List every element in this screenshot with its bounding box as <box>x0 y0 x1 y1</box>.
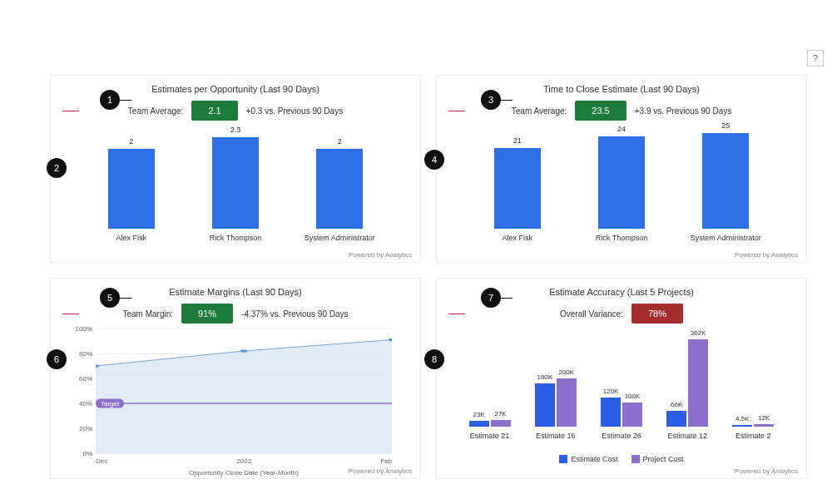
gbar-col: 23K27KEstimate 21 <box>469 420 511 440</box>
bar-col: 25System Administrator <box>692 133 759 242</box>
gbar-value: 12K <box>754 414 774 422</box>
gbar-col: 66K362KEstimate 12 <box>666 339 708 440</box>
callout-4: 4 <box>424 150 444 170</box>
callout-7: 7 <box>481 288 501 308</box>
gbar: 23K <box>469 421 489 427</box>
area-chart: 0%20%40%60%80%100% Target Dec2022Feb Opp… <box>96 329 392 453</box>
legend-label: Project Cost <box>643 455 684 463</box>
card-estimate-margins: Estimate Margins (Last 90 Days) Team Mar… <box>50 278 421 479</box>
callout-6: 6 <box>47 349 67 369</box>
bar-value: 24 <box>598 125 645 133</box>
gbar-value: 4.5K <box>732 415 752 422</box>
callout-1-line <box>120 100 131 101</box>
bar-category: System Administrator <box>305 234 375 242</box>
callout-3: 3 <box>481 90 501 110</box>
metric-tick <box>448 111 465 111</box>
gbar-category: Estimate 26 <box>602 432 641 440</box>
gbar: 362K <box>688 339 708 427</box>
swatch-icon <box>631 455 640 463</box>
bar-value: 2.3 <box>212 126 259 134</box>
bar-col: 2System Administrator <box>306 149 373 242</box>
legend-label: Estimate Cost <box>571 455 617 463</box>
gbar: 100K <box>622 403 642 427</box>
callout-5-line <box>120 298 131 299</box>
gbar-value: 100K <box>622 393 642 400</box>
bar: 2 <box>316 149 363 229</box>
gbar-value: 23K <box>469 411 489 418</box>
y-tick: 60% <box>64 375 92 383</box>
gbar-value: 27K <box>491 410 511 418</box>
card-footer: Powered by Analytics <box>349 251 412 259</box>
metric-label: Team Margin: <box>123 309 174 319</box>
gbar-col: 180K200KEstimate 16 <box>535 378 577 440</box>
y-tick: 20% <box>64 425 92 432</box>
bar: 25 <box>702 133 749 229</box>
gbar-category: Estimate 21 <box>470 432 510 440</box>
target-badge: Target <box>96 399 124 408</box>
gbar-category: Estimate 16 <box>536 432 576 440</box>
legend-item-project-cost: Project Cost <box>631 455 684 463</box>
x-tick: Feb <box>380 457 392 465</box>
x-axis-label: Opportunity Close Date (Year-Month) <box>96 469 392 477</box>
help-button[interactable]: ? <box>807 50 824 67</box>
bar-value: 25 <box>702 121 749 130</box>
metric-tick <box>448 314 465 314</box>
y-tick: 40% <box>64 400 92 408</box>
metric-value-pill: 23.5 <box>575 101 626 121</box>
legend-item-estimate-cost: Estimate Cost <box>559 455 617 463</box>
bar-category: Alex Fisk <box>502 234 532 242</box>
y-tick: 0% <box>64 450 92 457</box>
bar-chart: 21Alex Fisk24Rick Thompson25System Admin… <box>448 126 795 242</box>
callout-1: 1 <box>100 90 120 110</box>
gbar: 120K <box>601 398 621 427</box>
gbar: 180K <box>535 383 555 427</box>
callout-5: 5 <box>100 288 120 308</box>
bar-category: Alex Fisk <box>116 234 146 242</box>
metric-label: Team Average: <box>512 106 567 116</box>
metric-delta: +3.9 vs. Previous 90 Days <box>635 106 731 116</box>
gbar-category: Estimate 12 <box>667 432 707 440</box>
bar-col: 2Alex Fisk <box>98 149 165 242</box>
callout-7-line <box>501 298 513 299</box>
y-tick: 100% <box>64 325 92 333</box>
callout-8: 8 <box>424 349 444 369</box>
metric-row: Team Average: 23.5 +3.9 vs. Previous 90 … <box>448 101 795 121</box>
metric-delta: +0.3 vs. Previous 90 Days <box>246 106 343 116</box>
dashboard-grid: Estimates per Opportunity (Last 90 Days)… <box>50 75 807 479</box>
gbar-value: 200K <box>557 368 577 376</box>
bar-category: System Administrator <box>691 234 761 242</box>
metric-tick <box>62 314 79 314</box>
bar-chart: 2Alex Fisk2.3Rick Thompson2System Admini… <box>62 126 409 242</box>
grouped-bar-chart: 23K27KEstimate 21180K200KEstimate 16120K… <box>448 332 795 440</box>
bar-value: 2 <box>316 137 363 146</box>
x-tick: 2022 <box>236 457 251 465</box>
svg-point-1 <box>240 349 248 353</box>
gbar: 12K <box>754 424 774 427</box>
metric-tick <box>62 111 79 111</box>
bar-value: 2 <box>108 137 155 146</box>
gbar-category: Estimate 2 <box>735 432 771 440</box>
callout-2: 2 <box>47 158 67 178</box>
gbar-value: 120K <box>601 388 621 395</box>
bar: 21 <box>494 148 541 229</box>
grid-line <box>96 453 392 454</box>
metric-value-pill: 78% <box>631 304 683 324</box>
y-tick: 80% <box>64 350 92 358</box>
bar: 24 <box>598 136 645 229</box>
card-title: Time to Close Estimate (Last 90 Days) <box>448 84 795 94</box>
bar-col: 24Rick Thompson <box>588 136 655 242</box>
gbar-value: 180K <box>535 373 555 381</box>
gbar-value: 66K <box>666 401 686 408</box>
card-footer: Powered by Analytics <box>349 467 412 475</box>
gbar-value: 362K <box>688 329 708 337</box>
gbar: 200K <box>557 378 577 427</box>
gbar-col: 120K100KEstimate 26 <box>601 398 642 440</box>
metric-value-pill: 2.1 <box>191 101 237 121</box>
metric-label: Team Average: <box>128 106 184 116</box>
gbar: 4.5K <box>732 425 752 427</box>
bar: 2 <box>108 149 155 229</box>
card-footer: Powered by Analytics <box>735 467 798 475</box>
callout-3-line <box>501 100 513 101</box>
metric-delta: -4.37% vs. Previous 90 Days <box>241 309 348 319</box>
x-tick: Dec <box>96 457 107 465</box>
